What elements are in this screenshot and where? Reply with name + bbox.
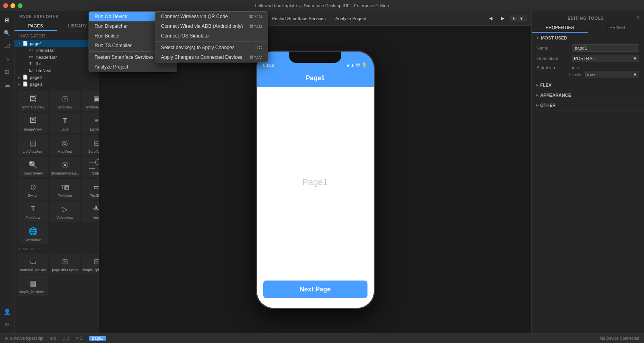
tab-properties[interactable]: PROPERTIES (532, 23, 588, 33)
left-panel: PAGE EXPLORER PAGES LIBRARY NAVIGATOR ▼ … (14, 11, 99, 333)
lib-item-shimmer[interactable]: ⊠ ShimmerFlexLa... (50, 157, 80, 177)
lib-item-gifimageview[interactable]: 🖼 GifImageView (18, 91, 48, 111)
materialtextbox-icon: ▭ (26, 256, 40, 267)
forward-button[interactable]: ▶ (498, 15, 508, 22)
phone-signal-icons: ▲▲ ⦿ 🔋 (346, 62, 367, 68)
lib-label-scrollview: ScrollView (88, 150, 99, 154)
submenu-item-apply-changes[interactable]: Apply Changes to Connected Devices ⌘⌥V (155, 52, 268, 62)
status-errors[interactable]: △ 3 (63, 336, 69, 341)
phone-time: 08:26 (263, 63, 275, 68)
active-page-tab[interactable]: page1 (89, 336, 107, 341)
lib-label-simplegridview: simple_gridview... (83, 268, 99, 272)
lib-item-scrollview[interactable]: ⊟ ScrollView (82, 135, 99, 156)
flex-header[interactable]: ▶ FLEX (532, 80, 644, 90)
tree-item-page2[interactable]: ▶ 📄 page2 (14, 74, 99, 81)
safearea-select[interactable]: true ▼ (585, 71, 639, 78)
lib-item-pagetitlelayout[interactable]: ⊟ pageTitleLayout (50, 254, 80, 274)
page-explorer-title: PAGE EXPLORER (14, 11, 99, 21)
panel-tabs: PAGES LIBRARY (14, 21, 99, 31)
lib-item-gridviewitem[interactable]: ▣ GridViewItem (82, 91, 99, 111)
lib-item-simplelistview[interactable]: ▤ simple_listviewit... (18, 275, 48, 296)
lib-item-textarea[interactable]: T▦ TextArea (50, 179, 80, 200)
explorer-icon[interactable]: ⊞ (2, 15, 13, 26)
appearance-header[interactable]: ▶ APPEARANCE (532, 90, 644, 100)
tree-item-btnnext[interactable]: ⊡ btnNext (14, 67, 99, 74)
lib-item-listview[interactable]: ≡ ListView (82, 113, 99, 133)
tree-item-statusbar[interactable]: ▭ statusBar (14, 47, 99, 54)
close-button[interactable] (3, 3, 8, 8)
lib-label-simplelistview: simple_listviewit... (19, 290, 47, 294)
extensions-icon[interactable]: ⊟ (2, 66, 13, 77)
lib-label-textview: TextView (26, 216, 40, 220)
maximize-button[interactable] (18, 3, 23, 8)
other-label: OTHER (540, 103, 556, 108)
lib-item-simplegridview[interactable]: ⊟ simple_gridview... (82, 254, 99, 274)
settings-icon[interactable]: ⚙ (2, 319, 13, 330)
lib-item-textbox[interactable]: ▭ TextBox (82, 179, 99, 200)
minimize-button[interactable] (10, 3, 15, 8)
orientation-row: Orientation PORTRAIT ▼ (532, 53, 644, 64)
search-icon[interactable]: 🔍 (2, 27, 13, 39)
run-icon[interactable]: ▷ (2, 53, 13, 64)
lib-item-materialtextbox[interactable]: ▭ materialTextBox (18, 254, 48, 274)
right-panel: EDITING TOOLS ↻ PROPERTIES THEMES ▼ MOST… (531, 11, 644, 333)
status-typescript: ⊙ ⊙ native-typescript (5, 336, 43, 341)
orientation-arrow: ▼ (633, 56, 637, 61)
status-info[interactable]: ✕ 3 (76, 336, 82, 341)
tree-item-headerbar[interactable]: ▭ headerBar (14, 54, 99, 60)
window-title: helloworld-boilerplate — Smartface Deskt… (255, 3, 389, 8)
tree-view: ▼ 📄 page1 ▭ statusBar ▭ headerBar T lbl (14, 40, 99, 87)
lib-label-switch: Switch (28, 193, 39, 198)
lib-item-gridview[interactable]: ⊞ GridView (50, 91, 80, 111)
lib-item-webview[interactable]: 🌐 WebView (18, 223, 48, 244)
next-page-button[interactable]: Next Page (263, 281, 367, 298)
lib-item-textview[interactable]: T TextView (18, 201, 48, 222)
listview-icon: ≡ (89, 115, 99, 127)
cloud-icon[interactable]: ☁ (2, 79, 13, 90)
tree-item-lbl[interactable]: T lbl (14, 60, 99, 67)
library-panel: 🖼 GifImageView ⊞ GridView ▣ GridViewItem… (14, 87, 99, 333)
menu-item-analyze[interactable]: Analyze Project (89, 62, 177, 72)
refresh-icon[interactable]: ↻ (637, 15, 641, 21)
submenu-item-ios-simulator[interactable]: Connect iOS Simulator (155, 31, 268, 41)
lib-item-slider[interactable]: —◯— Slider (82, 157, 99, 177)
listviewitem-icon: ▤ (26, 137, 40, 149)
submenu-item-wireless[interactable]: Connect Wireless via QR Code ⌘⌥G (155, 12, 268, 21)
phone-footer: Next Page (257, 277, 374, 308)
title-bar: helloworld-boilerplate — Smartface Deskt… (0, 0, 644, 11)
traffic-lights (3, 3, 23, 8)
status-warnings[interactable]: ⊘ 0 (50, 336, 56, 341)
icon-sidebar-bottom: 👤 ⚙ (2, 306, 13, 333)
lib-item-listviewitem[interactable]: ▤ ListViewItem (18, 135, 48, 156)
submenu-item-wired-adb[interactable]: Connect Wired via ADB (Android only) ⌘⌥B (155, 21, 268, 31)
orientation-label: Orientation (537, 56, 569, 61)
orientation-select[interactable]: PORTRAIT ▼ (572, 55, 639, 62)
name-input[interactable]: page1 (572, 44, 639, 52)
lib-item-imageview[interactable]: 🖼 ImageView (18, 113, 48, 133)
tree-item-page1[interactable]: ▼ 📄 page1 (14, 40, 99, 47)
fit-select[interactable]: Fit ▼ (510, 15, 526, 22)
simplelistview-icon: ▤ (26, 278, 40, 289)
git-icon[interactable]: ⎇ (2, 40, 13, 52)
most-used-header[interactable]: ▼ MOST USED (532, 33, 644, 43)
appearance-arrow: ▶ (536, 93, 539, 97)
phone-mockup: 08:26 ▲▲ ⦿ 🔋 Page1 Page1 Next Page (256, 51, 375, 309)
lib-item-searchview[interactable]: 🔍 SearchView (18, 157, 48, 177)
other-header[interactable]: ▶ OTHER (532, 100, 644, 110)
lib-label-mapview: MapView (58, 150, 72, 154)
account-icon[interactable]: 👤 (2, 306, 13, 317)
tab-themes[interactable]: THEMES (588, 23, 644, 33)
analyze-project-button[interactable]: Analyze Project (332, 15, 369, 22)
lib-item-mapview[interactable]: ◎ MapView (50, 135, 80, 156)
tree-item-page3[interactable]: ▶ 📄 page3 (14, 81, 99, 87)
tab-pages[interactable]: PAGES (14, 21, 57, 31)
lib-item-view[interactable]: 👁 View (82, 201, 99, 222)
icon-sidebar: ⊞ 🔍 ⎇ ▷ ⊟ ☁ 👤 ⚙ (0, 11, 14, 333)
lib-item-label[interactable]: T Label (50, 113, 80, 133)
lib-item-switch[interactable]: ⊙ Switch (18, 179, 48, 200)
back-button[interactable]: ◀ (486, 15, 495, 22)
enabled-label: Enabled (569, 73, 584, 77)
submenu-item-select-devices[interactable]: Select device(s) to Apply Changes ⌘C (155, 43, 268, 52)
lib-item-videoview[interactable]: ▷ VideoView (50, 201, 80, 222)
restart-smartface-button[interactable]: Restart Smartface Services (268, 15, 329, 22)
